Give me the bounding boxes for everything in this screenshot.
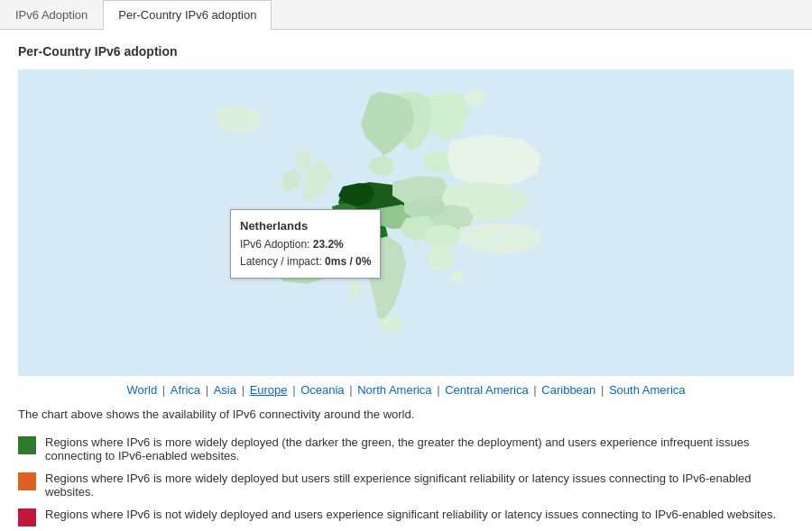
page-title: Per-Country IPv6 adoption — [18, 44, 794, 59]
region-link-asia[interactable]: Asia — [214, 383, 236, 397]
tooltip-country: Netherlands — [240, 217, 371, 236]
region-link-caribbean[interactable]: Caribbean — [541, 383, 595, 397]
legend-text-orange: Regions where IPv6 is more widely deploy… — [45, 471, 794, 499]
legend-icon-green — [18, 436, 36, 454]
map-tooltip: Netherlands IPv6 Adoption: 23.2% Latency… — [230, 209, 381, 279]
region-link-world[interactable]: World — [127, 383, 158, 397]
region-link-central-america[interactable]: Central America — [445, 383, 528, 397]
region-link-africa[interactable]: Africa — [171, 383, 200, 397]
main-content: Per-Country IPv6 adoption — [0, 30, 812, 531]
tab-per-country[interactable]: Per-Country IPv6 adoption — [103, 0, 272, 30]
tooltip-adoption: IPv6 Adoption: 23.2% — [240, 236, 371, 253]
tab-bar: IPv6 Adoption Per-Country IPv6 adoption — [0, 0, 812, 30]
tab-ipv6-adoption[interactable]: IPv6 Adoption — [0, 0, 103, 29]
legend: Regions where IPv6 is more widely deploy… — [18, 435, 794, 526]
region-link-south-america[interactable]: South America — [609, 383, 686, 397]
legend-text-red: Regions where IPv6 is not widely deploye… — [45, 508, 776, 521]
chart-description: The chart above shows the availability o… — [18, 407, 794, 421]
legend-item-orange: Regions where IPv6 is more widely deploy… — [18, 471, 794, 499]
map-container[interactable]: Netherlands IPv6 Adoption: 23.2% Latency… — [18, 69, 794, 376]
legend-text-green: Regions where IPv6 is more widely deploy… — [45, 435, 794, 462]
region-link-oceania[interactable]: Oceania — [300, 383, 344, 397]
tooltip-latency: Latency / impact: 0ms / 0% — [240, 253, 371, 270]
legend-icon-red — [18, 508, 36, 526]
region-links: World | Africa | Asia | Europe | Oceania… — [18, 383, 794, 397]
region-link-europe[interactable]: Europe — [250, 383, 288, 397]
legend-icon-orange — [18, 472, 36, 490]
legend-item-red: Regions where IPv6 is not widely deploye… — [18, 508, 794, 526]
region-link-north-america[interactable]: North America — [357, 383, 431, 397]
legend-item-green: Regions where IPv6 is more widely deploy… — [18, 435, 794, 462]
